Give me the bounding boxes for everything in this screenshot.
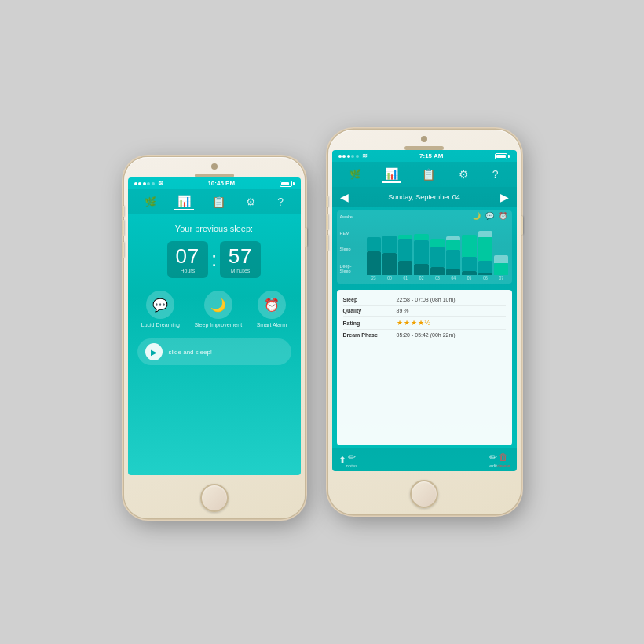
bar-06-deep — [478, 273, 492, 275]
bar-02-sleep — [414, 240, 428, 264]
notes-label: notes — [346, 463, 358, 468]
edit-icon: ✏ — [489, 452, 497, 463]
chart-y-deepsleep: Deep-Sleep — [340, 264, 367, 273]
x-label-23: 23 — [367, 276, 381, 280]
bar-03-deep — [430, 267, 445, 275]
quality-stat-label: Quality — [343, 308, 397, 313]
phone-right: ≋ 7:15 AM 🌿 📊 📋 ⚙ ? — [328, 130, 521, 514]
right-wifi-icon: ≋ — [362, 152, 368, 159]
date-navigation: ◀ Sunday, September 04 ▶ — [332, 187, 517, 207]
right-earpiece-speaker — [404, 146, 444, 150]
right-nav-stats-icon[interactable]: 📊 — [382, 166, 401, 183]
smart-alarm-feature[interactable]: ⏰ Smart Alarm — [257, 291, 287, 327]
sleep-stat-row: Sleep 22:58 - 07:08 (08h 10m) — [343, 295, 506, 306]
phone-top-bar — [124, 157, 305, 177]
right-volume-down-button[interactable] — [326, 235, 328, 251]
minutes-value: 57 — [226, 246, 254, 266]
signal-indicator: ≋ — [134, 180, 164, 187]
smart-alarm-label: Smart Alarm — [257, 322, 287, 327]
right-nav-list-icon[interactable]: 📋 — [419, 166, 438, 182]
notes-button[interactable]: ✏ notes — [346, 452, 358, 468]
minutes-block: 57 Minutes — [220, 241, 261, 278]
bar-04-sleep — [446, 250, 460, 269]
hours-value: 07 — [174, 246, 202, 266]
edit-button[interactable]: ✏ edit — [489, 452, 497, 468]
signal-dot-4 — [147, 182, 150, 185]
nav-leaf-icon[interactable]: 🌿 — [141, 195, 159, 209]
r-signal-dot-1 — [338, 155, 342, 158]
star-3: ★ — [411, 319, 417, 327]
sleep-improvement-feature[interactable]: 🌙 Sleep Improvement — [194, 291, 242, 327]
signal-dot-2 — [138, 182, 141, 185]
right-power-button[interactable] — [521, 216, 523, 235]
bar-01-sleep — [398, 239, 412, 261]
left-home-button[interactable] — [200, 484, 229, 512]
right-home-button[interactable] — [410, 480, 438, 508]
slide-text: slide and sleep! — [169, 349, 213, 356]
chart-y-sleep: Sleep — [340, 247, 367, 252]
right-status-bar: ≋ 7:15 AM — [332, 150, 517, 162]
left-phone-screen: ≋ 10:45 PM 🌿 📊 📋 ⚙ ? — [128, 177, 301, 475]
volume-down-button[interactable] — [122, 242, 124, 258]
r-signal-dot-5 — [356, 155, 359, 158]
lucid-dreaming-feature[interactable]: 💬 Lucid Dreaming — [141, 291, 180, 327]
x-label-05: 05 — [462, 276, 476, 280]
bar-04-deep — [446, 269, 460, 275]
star-2: ★ — [404, 319, 410, 327]
nav-help-icon[interactable]: ? — [274, 194, 287, 210]
right-battery-icon — [495, 153, 510, 159]
phone-left: ≋ 10:45 PM 🌿 📊 📋 ⚙ ? — [124, 157, 305, 518]
right-phone-top-bar — [328, 130, 521, 150]
nav-list-icon[interactable]: 📋 — [209, 194, 229, 210]
bar-00 — [382, 236, 397, 275]
battery-body — [280, 181, 292, 187]
right-nav-leaf-icon[interactable]: 🌿 — [346, 167, 364, 181]
sleep-improvement-icon: 🌙 — [204, 291, 232, 319]
bar-04 — [446, 236, 460, 275]
right-nav-help-icon[interactable]: ? — [489, 166, 502, 182]
bar-06-sleep — [478, 261, 492, 273]
x-label-04: 04 — [446, 276, 460, 280]
bar-02 — [414, 234, 428, 275]
slide-handle[interactable]: ▶ — [145, 343, 163, 360]
bar-03-sleep — [430, 247, 445, 267]
x-label-02: 02 — [414, 276, 428, 280]
nav-stats-icon[interactable]: 📊 — [174, 193, 194, 210]
bar-23-sleep — [367, 237, 381, 251]
slide-to-sleep[interactable]: ▶ slide and sleep! — [137, 338, 291, 365]
right-signal-indicator: ≋ — [338, 152, 368, 159]
delete-button[interactable]: 🗑 delete — [497, 452, 510, 468]
sleep-stats: Sleep 22:58 - 07:08 (08h 10m) Quality 89… — [337, 290, 512, 445]
prev-date-arrow[interactable]: ◀ — [340, 191, 349, 203]
bar-23 — [367, 237, 381, 275]
bar-06-awake — [478, 231, 492, 237]
r-signal-dot-3 — [347, 155, 350, 158]
next-date-arrow[interactable]: ▶ — [500, 191, 509, 203]
power-button[interactable] — [305, 228, 307, 247]
scene: ≋ 10:45 PM 🌿 📊 📋 ⚙ ? — [0, 0, 644, 644]
left-status-bar: ≋ 10:45 PM — [128, 177, 301, 189]
bar-05 — [462, 235, 476, 275]
nav-settings-icon[interactable]: ⚙ — [243, 194, 259, 210]
smart-alarm-icon: ⏰ — [258, 291, 286, 319]
battery-fill — [281, 182, 289, 185]
lucid-dreaming-label: Lucid Dreaming — [141, 322, 180, 327]
battery-icon — [280, 181, 295, 187]
silent-switch — [122, 206, 124, 217]
volume-up-button[interactable] — [122, 220, 124, 236]
dream-stat-value: 05:20 - 05:42 (00h 22m) — [397, 332, 456, 338]
speech-chart-icon: 💬 — [485, 212, 494, 220]
rating-stars: ★ ★ ★ ★ ½ — [397, 319, 431, 327]
share-button[interactable]: ⬆ — [338, 455, 346, 466]
sleep-header: Your previous sleep: — [128, 214, 301, 238]
delete-label: delete — [497, 463, 510, 468]
bar-07-awake — [494, 255, 508, 263]
right-nav-settings-icon[interactable]: ⚙ — [456, 166, 472, 182]
quality-stat-row: Quality 89 % — [343, 306, 506, 317]
share-icon: ⬆ — [338, 455, 346, 466]
battery-tip — [293, 182, 295, 185]
signal-dot-1 — [134, 182, 137, 185]
right-volume-up-button[interactable] — [326, 214, 328, 230]
bar-07-rem — [494, 263, 508, 275]
notes-icon: ✏ — [348, 452, 356, 463]
